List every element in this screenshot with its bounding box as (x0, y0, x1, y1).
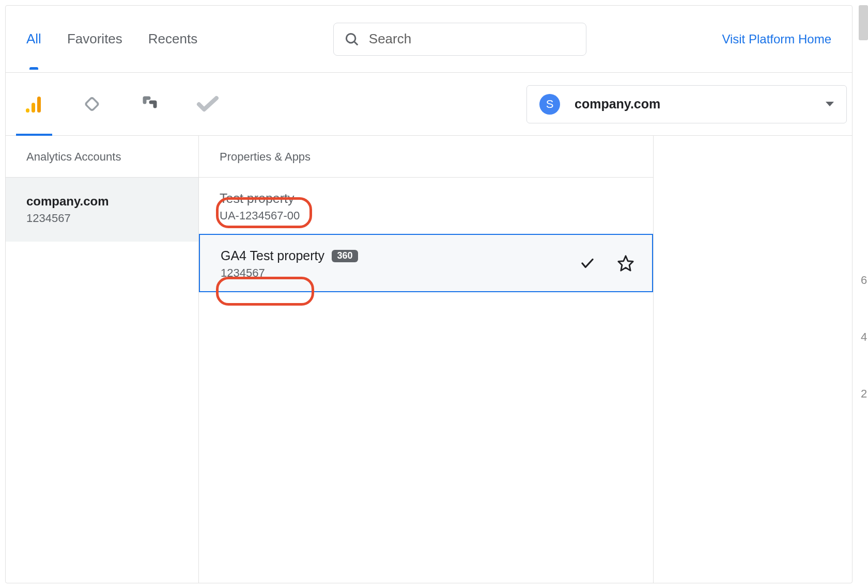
property-item-ga4[interactable]: GA4 Test property 360 1234567 (199, 234, 653, 292)
tab-favorites[interactable]: Favorites (67, 27, 122, 51)
property-picker-panel: All Favorites Recents Visit Platform Hom… (5, 5, 853, 583)
diamond-icon (82, 94, 102, 115)
views-column (654, 136, 852, 583)
svg-point-0 (346, 34, 355, 43)
property-badge-360: 360 (332, 250, 358, 262)
search-box[interactable] (333, 23, 586, 56)
analytics-icon[interactable] (16, 80, 52, 129)
visit-platform-home-link[interactable]: Visit Platform Home (722, 32, 831, 46)
svg-rect-4 (37, 97, 41, 113)
search-input[interactable] (369, 31, 576, 47)
edge-axis-tick: 2 (861, 387, 868, 401)
surveys-icon[interactable] (190, 80, 226, 129)
edge-axis-tick: 4 (861, 330, 868, 344)
properties-column-header: Properties & Apps (199, 136, 653, 178)
property-name: Test property (220, 191, 632, 206)
star-icon[interactable] (617, 255, 634, 272)
tab-all[interactable]: All (26, 27, 41, 51)
search-wrap (197, 23, 722, 56)
account-id: 1234567 (26, 212, 178, 225)
account-dropdown-name: company.com (575, 97, 811, 112)
property-id: UA-1234567-00 (220, 209, 632, 223)
property-id: 1234567 (221, 266, 631, 280)
columns: Analytics Accounts company.com 1234567 P… (6, 136, 852, 583)
search-icon (344, 31, 360, 47)
accounts-column: Analytics Accounts company.com 1234567 (6, 136, 199, 583)
page-scrollbar[interactable] (859, 5, 868, 40)
tab-bar: All Favorites Recents (26, 27, 197, 51)
account-item[interactable]: company.com 1234567 (6, 178, 198, 242)
account-dropdown[interactable]: S company.com (526, 85, 847, 123)
svg-rect-3 (32, 103, 35, 113)
edge-axis-tick: 6 (861, 274, 868, 287)
arrows-icon (140, 94, 160, 115)
chevron-down-icon (826, 102, 834, 106)
svg-line-1 (354, 41, 358, 45)
svg-rect-2 (26, 108, 29, 113)
optimize-icon[interactable] (132, 80, 168, 129)
check-icon (580, 256, 595, 271)
accounts-column-header: Analytics Accounts (6, 136, 198, 178)
property-name: GA4 Test property (221, 248, 324, 263)
product-row: S company.com (6, 73, 852, 136)
tag-manager-icon[interactable] (74, 80, 110, 129)
properties-column: Properties & Apps Test property UA-12345… (199, 136, 654, 583)
account-name: company.com (26, 194, 178, 209)
check-icon (196, 94, 220, 115)
tab-recents[interactable]: Recents (148, 27, 197, 51)
top-row: All Favorites Recents Visit Platform Hom… (6, 6, 852, 73)
analytics-bars-icon (24, 94, 44, 115)
product-icons (16, 80, 226, 129)
svg-marker-7 (618, 256, 633, 270)
property-item-test[interactable]: Test property UA-1234567-00 (199, 178, 653, 234)
avatar: S (539, 94, 560, 115)
property-actions (580, 255, 634, 272)
